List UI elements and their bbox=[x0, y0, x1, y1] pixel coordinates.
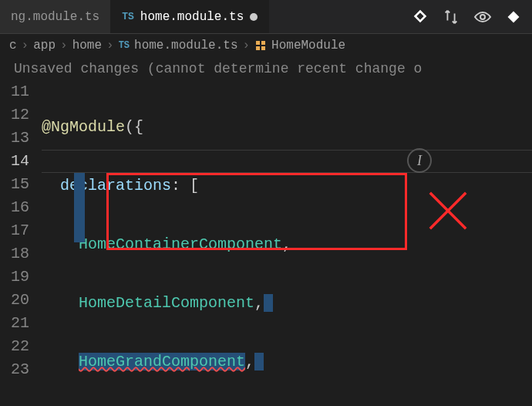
svg-point-0 bbox=[480, 15, 485, 19]
editor-toolbar bbox=[401, 0, 532, 33]
breadcrumb: c › app › home › TS home.module.ts › Hom… bbox=[0, 34, 532, 57]
tab-label: home.module.ts bbox=[140, 10, 244, 24]
line-number: 16 bbox=[0, 196, 29, 219]
tab-home-module[interactable]: TS home.module.ts bbox=[111, 0, 269, 33]
code-content[interactable]: @NgModule({ declarations: [ HomeContaine… bbox=[42, 80, 532, 406]
code-token: [ bbox=[190, 177, 199, 195]
chevron-right-icon: › bbox=[60, 39, 68, 52]
code-token: @NgModule bbox=[42, 118, 125, 136]
code-token: , bbox=[254, 294, 264, 312]
code-token: : bbox=[171, 177, 190, 195]
more-icon[interactable] bbox=[506, 9, 521, 25]
line-number: 13 bbox=[0, 127, 29, 150]
typescript-icon: TS bbox=[122, 11, 134, 22]
preview-icon[interactable] bbox=[473, 10, 492, 24]
breadcrumb-item[interactable]: app bbox=[33, 39, 56, 52]
tab-bar: ng.module.ts TS home.module.ts bbox=[0, 0, 532, 34]
breadcrumb-item[interactable]: home bbox=[72, 39, 102, 52]
tab-label: ng.module.ts bbox=[11, 10, 99, 24]
line-number: 23 bbox=[0, 358, 29, 381]
line-number: 14 bbox=[0, 150, 29, 173]
code-token: ( bbox=[125, 118, 134, 136]
cursor-indicator-icon: I bbox=[407, 148, 432, 173]
breadcrumb-item[interactable]: home.module.ts bbox=[134, 39, 237, 52]
line-number: 20 bbox=[0, 289, 29, 312]
line-number: 18 bbox=[0, 242, 29, 266]
line-gutter: 11 12 13 14 15 16 17 18 19 20 21 22 23 bbox=[0, 80, 42, 406]
chevron-right-icon: › bbox=[106, 39, 114, 52]
line-number: 19 bbox=[0, 266, 29, 289]
line-number: 22 bbox=[0, 335, 29, 358]
line-number: 12 bbox=[0, 103, 29, 127]
code-token: , bbox=[245, 353, 254, 370]
chevron-right-icon: › bbox=[22, 39, 29, 52]
tab-ng-module[interactable]: ng.module.ts bbox=[0, 0, 111, 33]
breadcrumb-item[interactable]: c bbox=[9, 39, 17, 52]
line-number: 21 bbox=[0, 312, 29, 335]
line-number: 17 bbox=[0, 219, 29, 242]
code-token: { bbox=[134, 118, 143, 136]
selection-bar bbox=[74, 173, 85, 242]
svg-rect-1 bbox=[256, 41, 260, 45]
line-number: 15 bbox=[0, 173, 29, 196]
typescript-icon: TS bbox=[119, 40, 130, 51]
svg-rect-2 bbox=[261, 41, 265, 45]
code-editor[interactable]: 11 12 13 14 15 16 17 18 19 20 21 22 23 @… bbox=[0, 80, 532, 406]
line-number: 11 bbox=[0, 80, 29, 103]
compare-icon[interactable] bbox=[443, 8, 460, 25]
unsaved-indicator-icon bbox=[250, 13, 258, 21]
svg-rect-3 bbox=[256, 46, 260, 50]
source-control-icon[interactable] bbox=[412, 8, 429, 25]
module-icon bbox=[254, 39, 267, 52]
chevron-right-icon: › bbox=[242, 39, 250, 52]
code-token: HomeDetailComponent bbox=[79, 294, 254, 312]
code-token: , bbox=[282, 235, 291, 253]
svg-rect-4 bbox=[261, 46, 265, 50]
scm-notice: Unsaved changes (cannot determine recent… bbox=[0, 57, 532, 80]
breadcrumb-item[interactable]: HomeModule bbox=[271, 39, 345, 52]
code-token: HomeContainerComponent bbox=[79, 235, 282, 253]
code-token: HomeGrandComponent bbox=[79, 353, 245, 370]
